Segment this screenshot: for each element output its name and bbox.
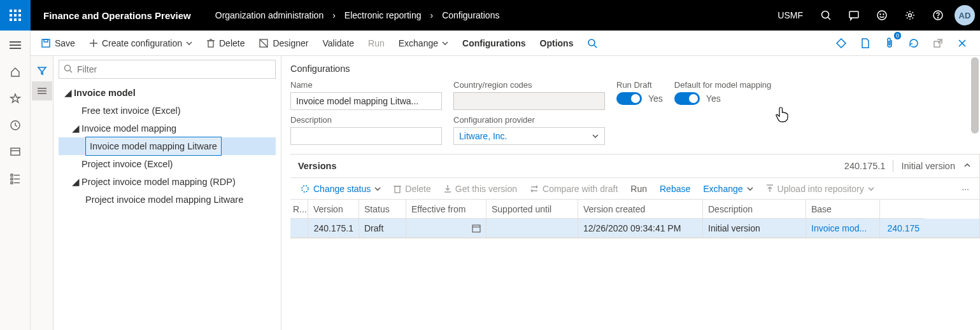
tree-item[interactable]: ◢Project invoice model mapping (RDP) bbox=[59, 173, 276, 191]
svg-point-13 bbox=[880, 14, 881, 15]
svg-rect-6 bbox=[10, 18, 12, 21]
version-run-button[interactable]: Run bbox=[625, 179, 652, 198]
message-icon[interactable] bbox=[840, 0, 868, 31]
default-mapping-toggle[interactable] bbox=[674, 92, 700, 105]
exchange-label: Exchange bbox=[399, 38, 438, 48]
options-label: Options bbox=[540, 38, 574, 48]
version-exchange-button[interactable]: Exchange bbox=[698, 179, 758, 198]
home-icon[interactable] bbox=[0, 61, 31, 83]
tree-item[interactable]: Free text invoice (Excel) bbox=[59, 102, 276, 120]
lines-icon[interactable] bbox=[32, 81, 52, 100]
designer-button[interactable]: Designer bbox=[252, 32, 315, 55]
col-basev[interactable] bbox=[880, 200, 925, 219]
hamburger-icon[interactable] bbox=[0, 34, 31, 56]
breadcrumb-item[interactable]: Electronic reporting bbox=[344, 10, 422, 20]
tree-item-selected[interactable]: Invoice model mapping Litware bbox=[59, 137, 276, 155]
app-title: Finance and Operations Preview bbox=[31, 10, 204, 21]
description-input[interactable] bbox=[290, 127, 442, 145]
name-input[interactable]: Invoice model mapping Litwa... bbox=[290, 92, 442, 110]
cell-base[interactable]: Invoice mod... bbox=[806, 219, 880, 237]
circle-dashed-icon bbox=[301, 184, 309, 193]
validate-button[interactable]: Validate bbox=[316, 32, 361, 55]
filter-input[interactable] bbox=[59, 60, 276, 79]
col-effective[interactable]: Effective from bbox=[406, 200, 486, 219]
svg-rect-25 bbox=[11, 178, 13, 180]
svg-point-15 bbox=[909, 14, 912, 17]
rebase-button[interactable]: Rebase bbox=[655, 179, 695, 198]
svg-rect-26 bbox=[11, 182, 13, 184]
scrollbar[interactable] bbox=[970, 56, 980, 330]
svg-rect-11 bbox=[849, 11, 858, 18]
help-icon[interactable] bbox=[924, 0, 952, 31]
col-description[interactable]: Description bbox=[703, 200, 806, 219]
configurations-tab[interactable]: Configurations bbox=[456, 32, 532, 55]
funnel-icon[interactable] bbox=[32, 61, 52, 80]
refresh-icon[interactable] bbox=[904, 33, 924, 53]
gear-icon[interactable] bbox=[896, 0, 924, 31]
table-row[interactable]: 240.175.1 Draft 12/26/2020 09:34:41 PM I… bbox=[290, 219, 979, 238]
col-status[interactable]: Status bbox=[359, 200, 406, 219]
modules-icon[interactable] bbox=[0, 168, 31, 189]
cell-r bbox=[290, 219, 308, 237]
configurations-label: Configurations bbox=[462, 38, 526, 48]
search-icon bbox=[587, 38, 597, 48]
avatar[interactable]: AD bbox=[955, 5, 975, 25]
change-status-button[interactable]: Change status bbox=[295, 179, 386, 198]
cell-basev[interactable]: 240.175 bbox=[880, 219, 925, 237]
cell-effective bbox=[406, 219, 486, 237]
delete-button[interactable]: Delete bbox=[200, 32, 251, 55]
col-base[interactable]: Base bbox=[806, 200, 880, 219]
toolbar-search-button[interactable] bbox=[581, 32, 604, 55]
upload-repo-button: Upload into repository bbox=[761, 179, 879, 198]
create-configuration-button[interactable]: Create configuration bbox=[83, 32, 199, 55]
designer-icon bbox=[259, 38, 269, 48]
svg-rect-8 bbox=[18, 18, 21, 21]
popout-icon[interactable] bbox=[928, 33, 948, 53]
breadcrumb: Organization administration › Electronic… bbox=[215, 10, 500, 20]
save-label: Save bbox=[55, 38, 75, 48]
plus-icon bbox=[89, 39, 98, 48]
search-icon bbox=[64, 64, 73, 75]
tree-item[interactable]: Project invoice (Excel) bbox=[59, 155, 276, 173]
col-supported[interactable]: Supported until bbox=[486, 200, 578, 219]
save-button[interactable]: Save bbox=[34, 32, 82, 55]
provider-select[interactable]: Litware, Inc. bbox=[453, 127, 605, 145]
save-icon bbox=[41, 38, 51, 48]
run-draft-toggle[interactable] bbox=[616, 92, 642, 105]
close-icon[interactable] bbox=[952, 33, 972, 53]
tree-root[interactable]: ◢Invoice model bbox=[59, 84, 276, 102]
config-tree: ◢Invoice model Free text invoice (Excel)… bbox=[59, 84, 276, 209]
recent-icon[interactable] bbox=[0, 114, 31, 136]
version-delete-button: Delete bbox=[388, 179, 436, 198]
diamond-icon[interactable] bbox=[831, 33, 851, 53]
document-icon[interactable] bbox=[855, 33, 876, 53]
chevron-down-icon bbox=[868, 186, 874, 192]
country-codes-input[interactable] bbox=[453, 92, 605, 110]
versions-title: Versions bbox=[298, 161, 336, 171]
upload-repo-label: Upload into repository bbox=[778, 184, 864, 194]
compare-label: Compare with draft bbox=[543, 184, 618, 194]
col-version[interactable]: Version bbox=[308, 200, 359, 219]
tree-item[interactable]: ◢Invoice model mapping bbox=[59, 120, 276, 137]
svg-rect-22 bbox=[11, 148, 20, 155]
col-created[interactable]: Version created bbox=[578, 200, 703, 219]
smile-icon[interactable] bbox=[868, 0, 896, 31]
workspace-icon[interactable] bbox=[0, 141, 31, 163]
description-label: Description bbox=[290, 115, 442, 125]
exchange-button[interactable]: Exchange bbox=[392, 32, 455, 55]
breadcrumb-item[interactable]: Configurations bbox=[442, 10, 499, 20]
options-tab[interactable]: Options bbox=[534, 32, 580, 55]
search-icon[interactable] bbox=[812, 0, 840, 31]
svg-rect-5 bbox=[18, 14, 21, 17]
tree-item[interactable]: Project invoice model mapping Litware bbox=[59, 191, 276, 209]
col-r[interactable]: R... bbox=[290, 200, 308, 219]
caret-down-icon: ◢ bbox=[70, 173, 82, 191]
svg-line-39 bbox=[594, 45, 597, 48]
waffle-launcher[interactable] bbox=[0, 0, 31, 31]
company-code[interactable]: USMF bbox=[769, 10, 812, 20]
star-icon[interactable] bbox=[0, 88, 31, 109]
provider-label: Configuration provider bbox=[453, 115, 605, 125]
breadcrumb-item[interactable]: Organization administration bbox=[215, 10, 323, 20]
caret-down-icon: ◢ bbox=[62, 84, 74, 102]
attachments-icon[interactable] bbox=[879, 33, 900, 53]
